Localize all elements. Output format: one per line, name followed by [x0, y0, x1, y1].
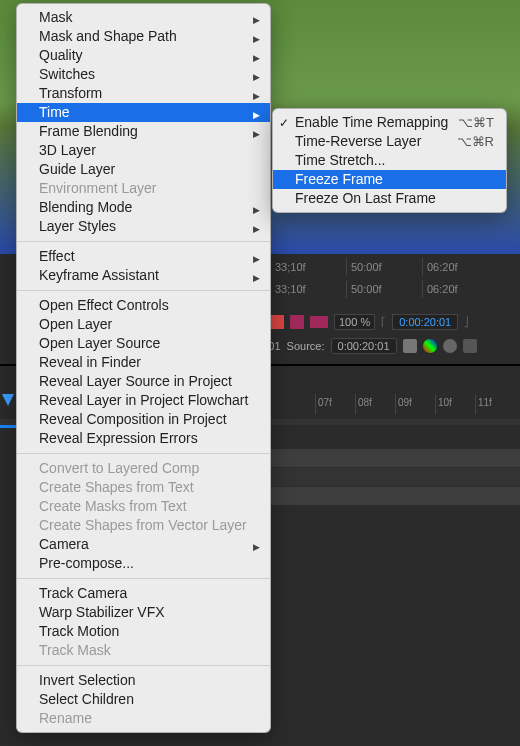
menu-switches[interactable]: Switches	[17, 65, 270, 84]
layer-bar[interactable]	[270, 449, 520, 467]
source-label: Source:	[287, 340, 325, 352]
menu-open-layer[interactable]: Open Layer	[17, 315, 270, 334]
reset-exposure-icon[interactable]	[443, 339, 457, 353]
menu-separator	[17, 665, 270, 666]
submenu-enable-time-remapping[interactable]: ✓ Enable Time Remapping ⌥⌘T	[273, 113, 506, 132]
menu-reveal-composition-in-project[interactable]: Reveal Composition in Project	[17, 410, 270, 429]
menu-create-shapes-from-vector-layer: Create Shapes from Vector Layer	[17, 516, 270, 535]
menu-layer-styles[interactable]: Layer Styles	[17, 217, 270, 236]
layer-bar[interactable]	[270, 487, 520, 505]
menu-quality[interactable]: Quality	[17, 46, 270, 65]
menu-create-masks-from-text: Create Masks from Text	[17, 497, 270, 516]
frame-tick: 11f	[475, 394, 515, 414]
menu-transform[interactable]: Transform	[17, 84, 270, 103]
region-icon[interactable]	[310, 316, 328, 328]
menu-rename: Rename	[17, 709, 270, 728]
menu-camera[interactable]: Camera	[17, 535, 270, 554]
menu-select-children[interactable]: Select Children	[17, 690, 270, 709]
bracket-icon: ⎡	[381, 317, 386, 327]
time-tick: 06:20f	[422, 280, 498, 298]
time-ruler[interactable]: 33;10f 50:00f 06:20f	[270, 258, 498, 280]
submenu-label: Freeze On Last Frame	[295, 190, 436, 206]
time-tick: 06:20f	[422, 258, 498, 276]
time-tick: 50:00f	[346, 258, 422, 276]
source-info-row: :20:01 Source: 0:00:20:01	[250, 338, 477, 354]
menu-mask[interactable]: Mask	[17, 8, 270, 27]
preview-info-row: 100 % ⎡ 0:00:20:01 ⎦	[270, 314, 469, 330]
menu-track-mask: Track Mask	[17, 641, 270, 660]
menu-3d-layer[interactable]: 3D Layer	[17, 141, 270, 160]
menu-track-camera[interactable]: Track Camera	[17, 584, 270, 603]
zoom-level[interactable]: 100 %	[334, 314, 375, 330]
time-tick: 33;10f	[270, 258, 346, 276]
menu-separator	[17, 241, 270, 242]
shortcut-text: ⌥⌘R	[457, 132, 494, 151]
submenu-time-stretch[interactable]: Time Stretch...	[273, 151, 506, 170]
roto-icon[interactable]	[270, 315, 284, 329]
menu-mask-shape-path[interactable]: Mask and Shape Path	[17, 27, 270, 46]
frame-tick: 10f	[435, 394, 475, 414]
color-channels-icon[interactable]	[423, 339, 437, 353]
misc-icon[interactable]	[463, 339, 477, 353]
menu-environment-layer: Environment Layer	[17, 179, 270, 198]
frame-tick: 07f	[315, 394, 355, 414]
menu-open-effect-controls[interactable]: Open Effect Controls	[17, 296, 270, 315]
menu-keyframe-assistant[interactable]: Keyframe Assistant	[17, 266, 270, 285]
menu-time[interactable]: Time	[17, 103, 270, 122]
submenu-time-reverse-layer[interactable]: Time-Reverse Layer ⌥⌘R	[273, 132, 506, 151]
submenu-label: Time Stretch...	[295, 152, 386, 168]
layer-context-menu: Mask Mask and Shape Path Quality Switche…	[16, 3, 271, 733]
shortcut-text: ⌥⌘T	[458, 113, 494, 132]
frame-tick: 09f	[395, 394, 435, 414]
time-tick: 50:00f	[346, 280, 422, 298]
submenu-freeze-frame[interactable]: Freeze Frame	[273, 170, 506, 189]
menu-blending-mode[interactable]: Blending Mode	[17, 198, 270, 217]
submenu-freeze-on-last-frame[interactable]: Freeze On Last Frame	[273, 189, 506, 208]
menu-create-shapes-from-text: Create Shapes from Text	[17, 478, 270, 497]
menu-separator	[17, 578, 270, 579]
frame-tick: 08f	[355, 394, 395, 414]
menu-effect[interactable]: Effect	[17, 247, 270, 266]
menu-invert-selection[interactable]: Invert Selection	[17, 671, 270, 690]
source-timecode[interactable]: 0:00:20:01	[331, 338, 397, 354]
menu-reveal-layer-in-project-flowchart[interactable]: Reveal Layer in Project Flowchart	[17, 391, 270, 410]
menu-guide-layer[interactable]: Guide Layer	[17, 160, 270, 179]
bracket-icon: ⎦	[464, 317, 469, 327]
menu-reveal-in-finder[interactable]: Reveal in Finder	[17, 353, 270, 372]
menu-separator	[17, 290, 270, 291]
menu-warp-stabilizer-vfx[interactable]: Warp Stabilizer VFX	[17, 603, 270, 622]
menu-reveal-expression-errors[interactable]: Reveal Expression Errors	[17, 429, 270, 448]
menu-frame-blending[interactable]: Frame Blending	[17, 122, 270, 141]
playhead-icon[interactable]	[2, 394, 14, 406]
menu-open-layer-source[interactable]: Open Layer Source	[17, 334, 270, 353]
timecode-display[interactable]: 0:00:20:01	[392, 314, 458, 330]
submenu-label: Time-Reverse Layer	[295, 133, 421, 149]
layer-bar[interactable]	[270, 468, 520, 486]
frame-ruler[interactable]: 07f 08f 09f 10f 11f	[270, 394, 515, 414]
roto-icon-2[interactable]	[290, 315, 304, 329]
layer-bars-region	[270, 449, 520, 506]
menu-reveal-layer-source-in-project[interactable]: Reveal Layer Source in Project	[17, 372, 270, 391]
camera-icon[interactable]	[403, 339, 417, 353]
menu-track-motion[interactable]: Track Motion	[17, 622, 270, 641]
check-icon: ✓	[279, 114, 289, 133]
time-tick: 33;10f	[270, 280, 346, 298]
menu-precompose[interactable]: Pre-compose...	[17, 554, 270, 573]
time-ruler[interactable]: 33;10f 50:00f 06:20f	[270, 280, 498, 302]
submenu-label: Freeze Frame	[295, 171, 383, 187]
submenu-label: Enable Time Remapping	[295, 114, 448, 130]
menu-separator	[17, 453, 270, 454]
time-submenu: ✓ Enable Time Remapping ⌥⌘T Time-Reverse…	[272, 108, 507, 213]
menu-convert-to-layered-comp: Convert to Layered Comp	[17, 459, 270, 478]
